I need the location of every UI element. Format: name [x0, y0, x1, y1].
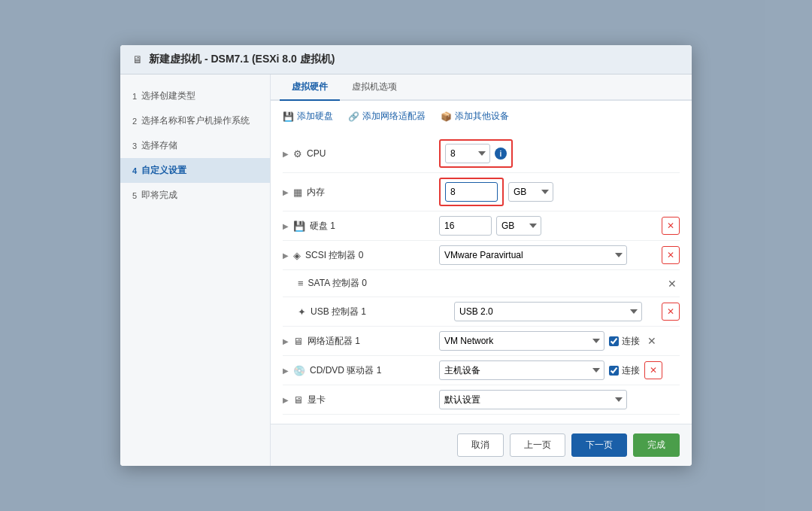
usb-row: ✦ USB 控制器 1 USB 2.0 USB 3.0 USB 3.1 ✕ [283, 297, 680, 327]
sidebar-item-5[interactable]: 5 即将完成 [120, 183, 270, 208]
cddvd-label-group: ▶ 💿 CD/DVD 驱动器 1 [283, 364, 433, 377]
network1-icon: 🖥 [293, 336, 303, 347]
modal-overlay: 🖥 新建虚拟机 - DSM7.1 (ESXi 8.0 虚拟机) 1 选择创建类型… [0, 0, 812, 511]
memory-unit-select[interactable]: MB GB [508, 182, 553, 202]
add-nic-button[interactable]: 🔗 添加网络适配器 [348, 110, 426, 123]
network1-connected-checkbox[interactable] [609, 336, 619, 346]
disk1-remove-button[interactable]: ✕ [662, 217, 680, 235]
vm-icon: 🖥 [132, 53, 143, 65]
network1-expand-arrow[interactable]: ▶ [283, 337, 289, 345]
cddvd-row: ▶ 💿 CD/DVD 驱动器 1 主机设备 ISO 映像文件 数据存储 ISO … [283, 356, 680, 385]
disk-icon: 💾 [283, 111, 294, 122]
cpu-controls: 1 2 4 8 16 32 i [439, 139, 680, 168]
step-num-1: 1 [132, 92, 137, 101]
sidebar-item-1[interactable]: 1 选择创建类型 [120, 84, 270, 108]
network1-connected-text: 连接 [622, 335, 640, 348]
sata-label: SATA 控制器 0 [308, 277, 367, 290]
usb-label-group: ✦ USB 控制器 1 [298, 306, 448, 318]
network1-type-select[interactable]: VM Network VM Network 2 [439, 331, 604, 351]
nic-icon: 🔗 [348, 111, 359, 122]
scsi-remove-button[interactable]: ✕ [662, 246, 680, 264]
disk1-value-input[interactable] [439, 216, 492, 236]
add-disk-button[interactable]: 💾 添加硬盘 [283, 110, 333, 123]
memory-icon: ▦ [293, 187, 302, 198]
sata-remove-button[interactable]: ✕ [665, 278, 680, 290]
display-expand-arrow[interactable]: ▶ [283, 396, 289, 404]
cpu-count-select[interactable]: 1 2 4 8 16 32 [445, 144, 490, 163]
network1-remove-button[interactable]: ✕ [644, 335, 659, 347]
modal-title: 新建虚拟机 - DSM7.1 (ESXi 8.0 虚拟机) [149, 53, 335, 66]
cddvd-connected-checkbox[interactable] [609, 366, 619, 376]
modal-footer: 取消 上一页 下一页 完成 [271, 424, 692, 466]
sata-icon: ≡ [298, 278, 304, 289]
cpu-row: ▶ ⚙ CPU 1 2 4 8 16 [283, 135, 680, 173]
other-icon: 📦 [441, 111, 452, 122]
main-content: 虚拟硬件 虚拟机选项 💾 添加硬盘 🔗 添加网络适配器 [271, 75, 692, 466]
scsi-row: ▶ ◈ SCSI 控制器 0 VMware Paravirtual BusLog… [283, 241, 680, 270]
add-disk-label: 添加硬盘 [297, 110, 333, 123]
display-label-group: ▶ 🖥 显卡 [283, 394, 433, 406]
add-devices-row: 💾 添加硬盘 🔗 添加网络适配器 📦 添加其他设备 [283, 110, 680, 123]
sidebar-label-3: 选择存储 [141, 139, 177, 152]
tabs-bar: 虚拟硬件 虚拟机选项 [271, 75, 692, 101]
scsi-type-select[interactable]: VMware Paravirtual BusLogic Parallel LSI… [439, 245, 627, 265]
sidebar-item-4[interactable]: 4 自定义设置 [120, 158, 270, 183]
cpu-label: CPU [307, 148, 326, 159]
disk1-expand-arrow[interactable]: ▶ [283, 222, 289, 230]
modal-window: 🖥 新建虚拟机 - DSM7.1 (ESXi 8.0 虚拟机) 1 选择创建类型… [120, 45, 692, 466]
cpu-info-icon[interactable]: i [495, 148, 507, 160]
cddvd-connected-label[interactable]: 连接 [609, 364, 640, 377]
sata-label-group: ≡ SATA 控制器 0 [298, 277, 448, 290]
display-row: ▶ 🖥 显卡 默认设置 自动检测 [283, 385, 680, 415]
prev-button[interactable]: 上一页 [510, 433, 565, 457]
network1-row: ▶ 🖥 网络适配器 1 VM Network VM Network 2 [283, 327, 680, 356]
add-other-label: 添加其他设备 [455, 110, 509, 123]
cddvd-connected-text: 连接 [622, 364, 640, 377]
step-num-4: 4 [132, 166, 137, 175]
finish-button[interactable]: 完成 [633, 433, 680, 457]
tab-options[interactable]: 虚拟机选项 [340, 75, 409, 101]
disk1-row: ▶ 💾 硬盘 1 MB GB TB ✕ [283, 211, 680, 241]
network1-controls: VM Network VM Network 2 连接 ✕ [439, 331, 680, 351]
cddvd-type-select[interactable]: 主机设备 ISO 映像文件 数据存储 ISO 文件 [439, 360, 604, 380]
sata-row: ≡ SATA 控制器 0 ✕ [283, 270, 680, 297]
display-icon: 🖥 [293, 394, 303, 406]
network1-label: 网络适配器 1 [308, 335, 360, 348]
sidebar-label-1: 选择创建类型 [141, 90, 195, 102]
display-type-select[interactable]: 默认设置 自动检测 [439, 390, 627, 409]
next-button[interactable]: 下一页 [571, 433, 627, 457]
tab-hardware[interactable]: 虚拟硬件 [280, 75, 340, 101]
usb-type-select[interactable]: USB 2.0 USB 3.0 USB 3.1 [454, 302, 642, 321]
sidebar-label-2: 选择名称和客户机操作系统 [141, 114, 250, 127]
cancel-button[interactable]: 取消 [457, 433, 504, 457]
display-controls: 默认设置 自动检测 [439, 390, 680, 409]
modal-body: 1 选择创建类型 2 选择名称和客户机操作系统 3 选择存储 4 自定义设置 5 [120, 75, 692, 466]
sidebar-item-3[interactable]: 3 选择存储 [120, 133, 270, 158]
disk1-controls: MB GB TB [439, 216, 656, 236]
usb-controls: USB 2.0 USB 3.0 USB 3.1 [454, 302, 656, 321]
scsi-expand-arrow[interactable]: ▶ [283, 251, 289, 260]
cpu-highlight-section: 1 2 4 8 16 32 i [439, 139, 513, 168]
sidebar-label-5: 即将完成 [141, 189, 177, 202]
modal-titlebar: 🖥 新建虚拟机 - DSM7.1 (ESXi 8.0 虚拟机) [120, 45, 692, 75]
disk1-unit-select[interactable]: MB GB TB [496, 216, 541, 236]
memory-value-input[interactable] [445, 182, 498, 202]
memory-expand-arrow[interactable]: ▶ [283, 188, 289, 196]
memory-label-group: ▶ ▦ 内存 [283, 186, 433, 199]
cpu-expand-arrow[interactable]: ▶ [283, 150, 289, 158]
usb-label: USB 控制器 1 [311, 306, 366, 318]
usb-remove-button[interactable]: ✕ [662, 303, 680, 321]
cddvd-remove-button[interactable]: ✕ [644, 361, 662, 379]
cddvd-icon: 💿 [293, 365, 305, 376]
cpu-label-group: ▶ ⚙ CPU [283, 148, 433, 160]
sidebar-item-2[interactable]: 2 选择名称和客户机操作系统 [120, 108, 270, 133]
step-num-5: 5 [132, 191, 137, 200]
memory-controls: MB GB [439, 178, 680, 206]
cddvd-expand-arrow[interactable]: ▶ [283, 367, 289, 375]
usb-icon: ✦ [298, 306, 306, 318]
step-num-3: 3 [132, 141, 137, 151]
sidebar: 1 选择创建类型 2 选择名称和客户机操作系统 3 选择存储 4 自定义设置 5 [120, 75, 271, 466]
network1-connected-label[interactable]: 连接 [609, 335, 640, 348]
scsi-icon: ◈ [293, 250, 301, 261]
add-other-button[interactable]: 📦 添加其他设备 [441, 110, 509, 123]
